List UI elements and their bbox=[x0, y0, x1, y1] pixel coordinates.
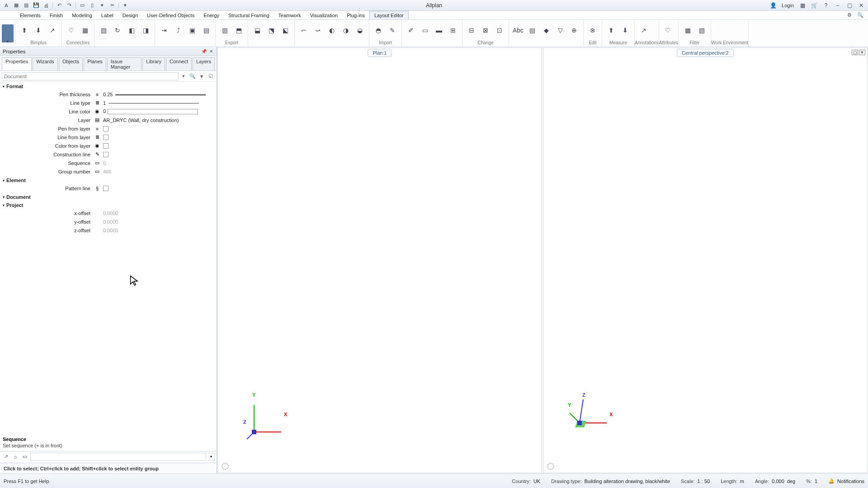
tab-connect[interactable]: Connect bbox=[166, 57, 192, 70]
ribbon-btn-10-1[interactable]: ▤ bbox=[526, 24, 538, 37]
ribbon-btn-6-0[interactable]: ⤺ bbox=[297, 24, 310, 37]
ribbon-btn-2-2[interactable]: ◧ bbox=[125, 24, 138, 37]
status-length[interactable]: m bbox=[740, 479, 744, 484]
ribbon-btn-10-4[interactable]: ⊕ bbox=[568, 24, 580, 37]
help-icon[interactable]: ? bbox=[821, 1, 831, 9]
vp2-close-icon[interactable]: ✕ bbox=[859, 50, 865, 55]
ribbon-btn-15-0[interactable]: ▦ bbox=[681, 24, 694, 37]
menu-udo[interactable]: User-Defined Objects bbox=[142, 11, 199, 19]
app-icon[interactable]: A bbox=[2, 1, 11, 9]
panel-close-icon[interactable]: ✕ bbox=[208, 49, 214, 54]
ribbon-main-button[interactable] bbox=[2, 24, 14, 42]
tab-properties[interactable]: Properties bbox=[2, 57, 32, 70]
vp1-title[interactable]: Plan:1 bbox=[368, 49, 392, 57]
ribbon-btn-3-1[interactable]: ⤴ bbox=[172, 24, 184, 37]
ribbon-btn-6-2[interactable]: ◐ bbox=[326, 24, 338, 37]
pf-load-icon[interactable]: ▭ bbox=[21, 453, 29, 461]
ribbon-btn-6-4[interactable]: ◒ bbox=[354, 24, 366, 37]
ribbon-btn-9-1[interactable]: ⊠ bbox=[479, 24, 492, 37]
qat-customize-icon[interactable]: ▾ bbox=[121, 1, 130, 9]
login-link[interactable]: Login bbox=[780, 3, 796, 8]
pf-favorite-icon[interactable]: ⌂ bbox=[11, 453, 19, 461]
doc-filter-icon[interactable]: ▼ bbox=[198, 72, 206, 80]
status-scale[interactable]: 1 : 50 bbox=[698, 479, 710, 484]
menu-design[interactable]: Design bbox=[118, 11, 142, 19]
status-draw[interactable]: Building alteration drawing, black/white bbox=[584, 479, 670, 484]
val-layer[interactable]: AR_DRYC (Wall, dry construction) bbox=[101, 117, 214, 123]
ribbon-btn-3-3[interactable]: ▤ bbox=[200, 24, 212, 37]
ribbon-btn-11-0[interactable]: ⊗ bbox=[586, 24, 599, 37]
ribbon-btn-1-1[interactable]: ▦ bbox=[79, 24, 91, 37]
pf-input[interactable] bbox=[30, 453, 206, 461]
val-z-offset[interactable]: 0.0000 bbox=[101, 228, 214, 233]
chk-pattern-line[interactable] bbox=[103, 186, 108, 191]
ribbon-btn-8-2[interactable]: ▬ bbox=[433, 24, 445, 37]
grid-icon[interactable]: ▦ bbox=[797, 1, 807, 9]
ribbon-btn-2-1[interactable]: ↻ bbox=[111, 24, 124, 37]
chk-color-from-layer[interactable] bbox=[103, 143, 108, 149]
val-pen-thickness[interactable]: 0.25 bbox=[101, 92, 214, 97]
ribbon-btn-2-3[interactable]: ◨ bbox=[139, 24, 152, 37]
viewport-plan[interactable]: Plan:1 X Y Z bbox=[217, 47, 542, 473]
maximize-icon[interactable]: ▢ bbox=[844, 1, 854, 9]
ribbon-btn-6-1[interactable]: ⤻ bbox=[311, 24, 324, 37]
status-notif[interactable]: Notifications bbox=[837, 479, 864, 484]
chk-line-from-layer[interactable] bbox=[103, 135, 108, 140]
status-pct[interactable]: 1 bbox=[815, 479, 817, 484]
ribbon-btn-0-0[interactable]: ⬆ bbox=[18, 24, 31, 37]
val-x-offset[interactable]: 0.0000 bbox=[101, 211, 214, 216]
chk-pen-from-layer[interactable] bbox=[103, 126, 108, 131]
print-icon[interactable]: 🖨 bbox=[42, 1, 51, 9]
open-icon[interactable]: ▥ bbox=[22, 1, 31, 9]
ribbon-btn-13-0[interactable]: ↗ bbox=[637, 24, 650, 37]
ribbon-btn-0-1[interactable]: ⬇ bbox=[32, 24, 45, 37]
tools-icon[interactable]: ✂ bbox=[108, 1, 117, 9]
group-element[interactable]: Element bbox=[3, 177, 214, 184]
tab-library[interactable]: Library bbox=[142, 57, 165, 70]
val-line-color[interactable]: 0 bbox=[101, 108, 214, 114]
ribbon-btn-12-0[interactable]: ⬆ bbox=[605, 24, 618, 37]
menu-layouteditor[interactable]: Layout Editor bbox=[369, 11, 409, 19]
view-icon[interactable]: ▾ bbox=[98, 1, 107, 9]
group-project[interactable]: Project bbox=[3, 202, 214, 209]
ribbon-btn-0-2[interactable]: ↗ bbox=[46, 24, 59, 37]
group-document[interactable]: Document bbox=[3, 193, 214, 201]
menu-structural[interactable]: Structural Framing bbox=[224, 11, 274, 19]
menu-plugins[interactable]: Plug-ins bbox=[342, 11, 369, 19]
menu-teamwork[interactable]: Teamwork bbox=[274, 11, 306, 19]
menu-elements[interactable]: Elements bbox=[15, 11, 45, 19]
group-format[interactable]: Format bbox=[3, 83, 214, 90]
val-y-offset[interactable]: 0.0000 bbox=[101, 219, 214, 225]
cart-icon[interactable]: 🛒 bbox=[809, 1, 819, 9]
ribbon-btn-2-0[interactable]: ▧ bbox=[97, 24, 110, 37]
close-icon[interactable]: ✕ bbox=[856, 1, 866, 9]
tab-wizards[interactable]: Wizards bbox=[33, 57, 58, 70]
ribbon-btn-7-1[interactable]: ✎ bbox=[386, 24, 399, 37]
document-input[interactable] bbox=[2, 72, 179, 80]
ribbon-btn-5-2[interactable]: ⬕ bbox=[279, 24, 292, 37]
pf-pick-icon[interactable]: ↗ bbox=[2, 453, 10, 461]
val-group-number[interactable]: 466 bbox=[101, 169, 214, 174]
ribbon-btn-6-3[interactable]: ◑ bbox=[340, 24, 352, 37]
ribbon-btn-10-3[interactable]: ▽ bbox=[554, 24, 566, 37]
ribbon-btn-8-3[interactable]: ⊞ bbox=[447, 24, 459, 37]
vp2-max-icon[interactable]: ▢ bbox=[852, 50, 858, 55]
new-icon[interactable]: ▦ bbox=[12, 1, 21, 9]
tab-objects[interactable]: Objects bbox=[59, 57, 83, 70]
ribbon-btn-5-1[interactable]: ⬔ bbox=[265, 24, 278, 37]
pin-icon[interactable]: 📌 bbox=[200, 49, 208, 54]
tab-issue[interactable]: Issue Manager bbox=[107, 57, 142, 70]
ribbon-btn-15-1[interactable]: ▧ bbox=[695, 24, 708, 37]
save-icon[interactable]: 💾 bbox=[32, 1, 41, 9]
menu-modeling[interactable]: Modeling bbox=[67, 11, 97, 19]
ribbon-btn-9-2[interactable]: ⊡ bbox=[493, 24, 506, 37]
window2-icon[interactable]: ▯ bbox=[88, 1, 97, 9]
doc-dropdown-icon[interactable]: ▾ bbox=[179, 72, 188, 80]
status-angle[interactable]: 0.000 bbox=[772, 479, 784, 484]
ribbon-btn-4-1[interactable]: ⬒ bbox=[232, 24, 245, 37]
ribbon-btn-3-0[interactable]: ⇥ bbox=[158, 24, 170, 37]
ribbon-btn-1-0[interactable]: ♡ bbox=[65, 24, 77, 37]
menu-finish[interactable]: Finish bbox=[45, 11, 67, 19]
doc-zoom-icon[interactable]: 🔍 bbox=[189, 72, 197, 80]
settings-icon[interactable]: ⚙ bbox=[845, 12, 854, 19]
